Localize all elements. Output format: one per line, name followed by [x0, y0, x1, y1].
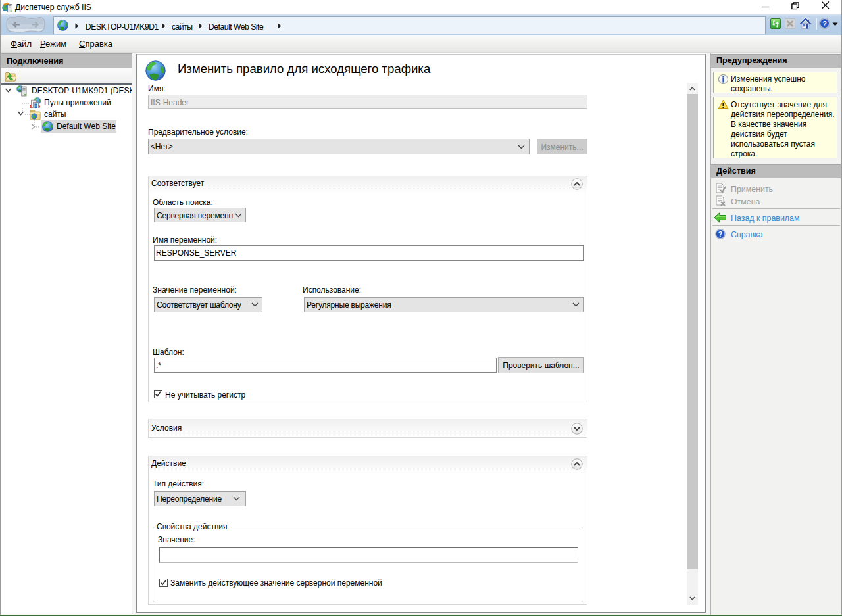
svg-text:?: ?	[822, 20, 827, 28]
svg-text:?: ?	[718, 230, 722, 238]
